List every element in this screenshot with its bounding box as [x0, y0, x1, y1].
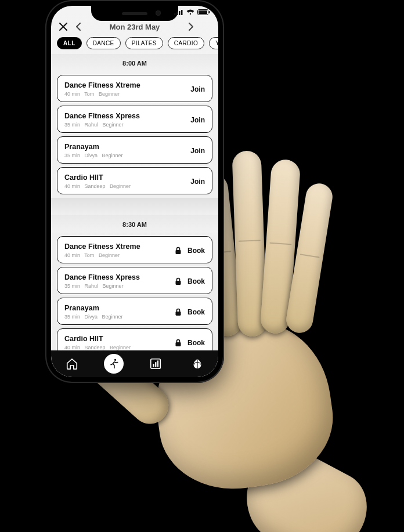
class-card[interactable]: Cardio HIIT 40 minSandeepBeginner Book: [57, 328, 212, 350]
class-card[interactable]: Dance Fitness Xpress 35 minRahulBeginner…: [57, 267, 212, 294]
svg-rect-7: [176, 250, 181, 254]
svg-rect-13: [153, 364, 154, 367]
class-meta: 35 minDivyaBeginner: [64, 153, 185, 158]
svg-rect-1: [176, 12, 178, 15]
svg-rect-8: [176, 281, 181, 285]
class-meta: 40 minTomBeginner: [64, 91, 185, 97]
phone-screen: Mon 23rd May ALL DANCE PILATES CARDIO YO…: [51, 6, 218, 377]
svg-rect-0: [174, 13, 176, 15]
stats-icon: [149, 357, 162, 370]
section-time: 8:30 AM: [51, 215, 218, 233]
class-name: Pranayam: [64, 304, 169, 312]
class-meta: 35 minDivyaBeginner: [64, 314, 169, 320]
class-meta: 35 minRahulBeginner: [64, 283, 169, 289]
filter-chip-all[interactable]: ALL: [57, 37, 82, 49]
chevron-right-icon: [187, 23, 194, 31]
book-button[interactable]: Book: [187, 277, 205, 285]
class-card[interactable]: Pranayam 35 minDivyaBeginner Join: [57, 136, 212, 164]
tab-home[interactable]: [62, 354, 82, 374]
svg-rect-9: [176, 312, 181, 316]
lock-icon: [175, 247, 182, 255]
svg-rect-14: [155, 362, 156, 367]
lock-icon: [175, 308, 182, 316]
svg-rect-5: [199, 10, 207, 14]
class-card[interactable]: Dance Fitness Xtreme 40 minTomBeginner J…: [57, 75, 212, 102]
book-button[interactable]: Book: [187, 247, 205, 255]
home-icon: [66, 357, 78, 370]
filter-row: ALL DANCE PILATES CARDIO YOGA: [51, 35, 218, 54]
chevron-left-icon: [75, 23, 82, 31]
header: Mon 23rd May: [51, 19, 218, 35]
tab-stats[interactable]: [146, 354, 165, 374]
phone-notch: [91, 6, 178, 21]
filter-chip-cardio[interactable]: CARDIO: [168, 37, 204, 49]
join-button[interactable]: Join: [190, 116, 205, 124]
phone-frame: Mon 23rd May ALL DANCE PILATES CARDIO YO…: [45, 0, 224, 383]
svg-rect-3: [181, 10, 183, 15]
lock-icon: [175, 277, 182, 285]
signal-icon: [174, 9, 183, 15]
section-time: 8:00 AM: [51, 54, 218, 71]
filter-chip-pilates[interactable]: PILATES: [125, 37, 163, 49]
tab-wellness[interactable]: [187, 354, 207, 374]
status-bar: [174, 9, 210, 15]
next-day-button[interactable]: [183, 19, 199, 34]
leaf-icon: [191, 357, 204, 370]
class-meta: 35 minRahulBeginner: [64, 122, 185, 128]
class-meta: 40 minSandeepBeginner: [64, 183, 185, 189]
date-label: Mon 23rd May: [86, 23, 183, 31]
class-name: Dance Fitness Xtreme: [64, 243, 169, 251]
class-name: Cardio HIIT: [64, 173, 185, 182]
class-meta: 40 minSandeepBeginner: [64, 345, 169, 350]
class-card[interactable]: Cardio HIIT 40 minSandeepBeginner Join: [57, 167, 212, 194]
wifi-icon: [186, 9, 194, 15]
class-list[interactable]: 8:00 AM Dance Fitness Xtreme 40 minTomBe…: [51, 54, 218, 350]
book-button[interactable]: Book: [187, 308, 205, 316]
close-button[interactable]: [56, 19, 71, 34]
prev-day-button[interactable]: [71, 19, 86, 34]
class-name: Dance Fitness Xpress: [64, 273, 169, 281]
class-name: Dance Fitness Xpress: [64, 112, 185, 120]
svg-rect-15: [157, 361, 158, 367]
svg-rect-2: [179, 11, 181, 15]
class-card[interactable]: Dance Fitness Xtreme 40 minTomBeginner B…: [57, 236, 212, 263]
filter-chip-yoga[interactable]: YOGA: [209, 37, 218, 49]
join-button[interactable]: Join: [190, 178, 205, 186]
bottom-tabbar: [51, 350, 218, 377]
class-meta: 40 minTomBeginner: [64, 252, 169, 258]
tab-workout[interactable]: [104, 354, 124, 374]
run-icon: [108, 358, 120, 370]
section-spacer: [51, 198, 218, 215]
svg-point-11: [114, 359, 116, 361]
class-name: Cardio HIIT: [64, 335, 169, 343]
filter-chip-dance[interactable]: DANCE: [86, 37, 121, 49]
class-card[interactable]: Dance Fitness Xpress 35 minRahulBeginner…: [57, 106, 212, 133]
book-button[interactable]: Book: [187, 339, 205, 347]
svg-rect-6: [209, 11, 210, 13]
join-button[interactable]: Join: [190, 147, 205, 155]
class-name: Pranayam: [64, 143, 185, 151]
close-icon: [59, 22, 68, 31]
svg-rect-10: [176, 342, 181, 346]
lock-icon: [175, 339, 182, 347]
join-button[interactable]: Join: [190, 85, 205, 93]
class-card[interactable]: Pranayam 35 minDivyaBeginner Book: [57, 298, 212, 325]
class-name: Dance Fitness Xtreme: [64, 81, 185, 89]
battery-icon: [197, 9, 210, 15]
